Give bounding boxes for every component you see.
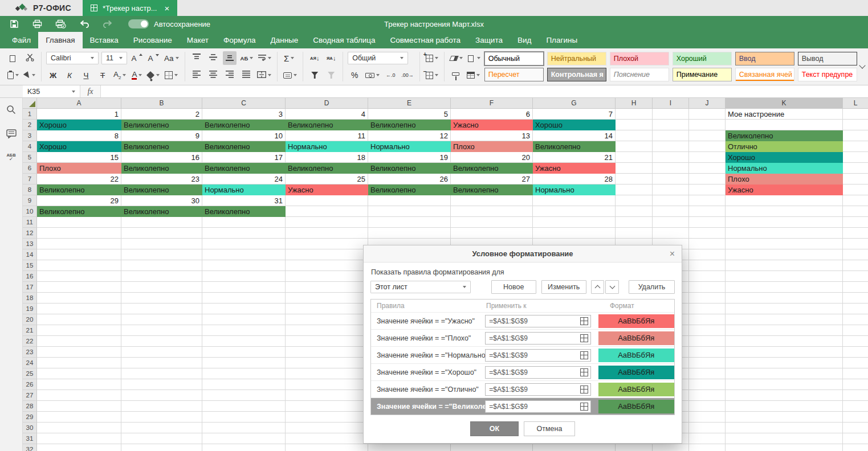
search-icon[interactable] bbox=[6, 105, 16, 117]
cell-B30[interactable] bbox=[121, 423, 202, 433]
cell-B9[interactable]: 30 bbox=[121, 195, 202, 206]
cell-K5[interactable]: Хорошо bbox=[726, 152, 843, 163]
cell-B6[interactable]: Великолепно bbox=[121, 163, 202, 174]
cell-L3[interactable] bbox=[843, 130, 868, 141]
cell-A12[interactable] bbox=[37, 228, 121, 239]
align-justify-button[interactable] bbox=[239, 68, 253, 82]
cell-D26[interactable] bbox=[286, 379, 368, 390]
underline-button[interactable]: Ч bbox=[79, 68, 93, 82]
delete-rule-button[interactable]: Удалить bbox=[629, 280, 675, 294]
cell-L32[interactable] bbox=[843, 444, 868, 451]
rule-row-5[interactable]: Значение ячейки = ="Великолепно"=$A$1:$G… bbox=[371, 397, 674, 415]
cell-D2[interactable]: Великолепно bbox=[286, 120, 368, 130]
cell-K10[interactable] bbox=[726, 206, 843, 217]
cell-B7[interactable]: 23 bbox=[121, 174, 202, 184]
cell-L6[interactable] bbox=[843, 163, 868, 174]
cell-G9[interactable] bbox=[533, 195, 616, 206]
cell-K31[interactable] bbox=[726, 433, 843, 444]
cell-L29[interactable] bbox=[843, 412, 868, 423]
select-range-icon[interactable] bbox=[580, 386, 588, 393]
cell-C30[interactable] bbox=[202, 423, 286, 433]
cell-J25[interactable] bbox=[689, 368, 726, 379]
cell-L11[interactable] bbox=[843, 217, 868, 228]
cell-A4[interactable]: Хорошо bbox=[37, 141, 121, 152]
number-format-combo[interactable]: Общий bbox=[348, 52, 408, 64]
rule-row-2[interactable]: Значение ячейки = ="Нормально"=$A$1:$G$9… bbox=[371, 346, 674, 363]
cell-J20[interactable] bbox=[689, 314, 726, 325]
cell-A21[interactable] bbox=[37, 325, 121, 336]
font-color-button[interactable]: А bbox=[130, 68, 144, 82]
orientation-button[interactable]: АБ bbox=[239, 51, 255, 65]
cell-C6[interactable]: Великолепно bbox=[202, 163, 286, 174]
cut-button[interactable] bbox=[23, 51, 36, 65]
cell-F32[interactable] bbox=[451, 444, 533, 451]
row-header-16[interactable]: 16 bbox=[23, 271, 37, 282]
cell-I5[interactable] bbox=[653, 152, 689, 163]
cell-style-item-3[interactable]: Хороший bbox=[673, 52, 732, 65]
document-tab[interactable]: *Трекер настр... × bbox=[83, 0, 177, 16]
cell-C21[interactable] bbox=[202, 325, 286, 336]
cell-A8[interactable]: Великолепно bbox=[37, 184, 121, 195]
cell-L5[interactable] bbox=[843, 152, 868, 163]
menu-tab-3[interactable]: Рисование bbox=[126, 32, 180, 48]
cell-B17[interactable] bbox=[121, 282, 202, 293]
close-tab-icon[interactable]: × bbox=[164, 4, 169, 13]
cell-I11[interactable] bbox=[653, 217, 689, 228]
cell-D20[interactable] bbox=[286, 314, 368, 325]
cell-D30[interactable] bbox=[286, 423, 368, 433]
cell-D18[interactable] bbox=[286, 293, 368, 304]
row-header-21[interactable]: 21 bbox=[23, 325, 37, 336]
cell-C12[interactable] bbox=[202, 228, 286, 239]
cell-A22[interactable] bbox=[37, 336, 121, 347]
select-range-icon[interactable] bbox=[580, 368, 588, 376]
rule-range-input[interactable]: =$A$1:$G$9 bbox=[485, 383, 590, 396]
rule-range-input[interactable]: =$A$1:$G$9 bbox=[485, 400, 590, 413]
cell-B3[interactable]: 9 bbox=[121, 130, 202, 141]
cell-style-item-1[interactable]: Нейтральный bbox=[547, 52, 606, 65]
dialog-close-icon[interactable]: × bbox=[670, 245, 675, 263]
cell-J7[interactable] bbox=[689, 174, 726, 184]
cell-J8[interactable] bbox=[689, 184, 726, 195]
cell-L22[interactable] bbox=[843, 336, 868, 347]
select-range-icon[interactable] bbox=[580, 334, 588, 342]
cell-style-item-8[interactable]: Пояснение bbox=[610, 68, 669, 81]
cell-H1[interactable] bbox=[616, 109, 653, 120]
menu-tab-10[interactable]: Вид bbox=[510, 32, 539, 48]
cell-J21[interactable] bbox=[689, 325, 726, 336]
cell-J30[interactable] bbox=[689, 423, 726, 433]
cell-J1[interactable] bbox=[689, 109, 726, 120]
delete-cells-button[interactable] bbox=[425, 68, 439, 82]
row-header-12[interactable]: 12 bbox=[23, 228, 37, 239]
cell-L12[interactable] bbox=[843, 228, 868, 239]
cell-K19[interactable] bbox=[726, 304, 843, 314]
cell-J13[interactable] bbox=[689, 239, 726, 249]
cell-K7[interactable]: Плохо bbox=[726, 174, 843, 184]
cell-D32[interactable] bbox=[286, 444, 368, 451]
cell-H4[interactable] bbox=[616, 141, 653, 152]
cell-A6[interactable]: Плохо bbox=[37, 163, 121, 174]
row-header-24[interactable]: 24 bbox=[23, 358, 37, 368]
cell-F5[interactable]: 20 bbox=[451, 152, 533, 163]
menu-tab-6[interactable]: Данные bbox=[263, 32, 306, 48]
cell-K3[interactable]: Великолепно bbox=[726, 130, 843, 141]
cell-K12[interactable] bbox=[726, 228, 843, 239]
cell-D29[interactable] bbox=[286, 412, 368, 423]
insert-cells-button[interactable] bbox=[425, 51, 439, 65]
cell-I3[interactable] bbox=[653, 130, 689, 141]
align-top-button[interactable] bbox=[190, 51, 203, 65]
cell-F8[interactable]: Великолепно bbox=[451, 184, 533, 195]
cell-D17[interactable] bbox=[286, 282, 368, 293]
merge-cells-button[interactable] bbox=[256, 68, 272, 82]
cell-B2[interactable]: Великолепно bbox=[121, 120, 202, 130]
cell-G11[interactable] bbox=[533, 217, 616, 228]
cell-A13[interactable] bbox=[37, 239, 121, 249]
cell-K27[interactable] bbox=[726, 390, 843, 401]
align-center-button[interactable] bbox=[206, 68, 220, 82]
cell-F2[interactable]: Ужасно bbox=[451, 120, 533, 130]
cell-L21[interactable] bbox=[843, 325, 868, 336]
cell-G4[interactable]: Великолепно bbox=[533, 141, 616, 152]
row-header-17[interactable]: 17 bbox=[23, 282, 37, 293]
cell-K11[interactable] bbox=[726, 217, 843, 228]
formula-input[interactable] bbox=[101, 85, 868, 97]
autosave-toggle[interactable] bbox=[128, 19, 149, 28]
